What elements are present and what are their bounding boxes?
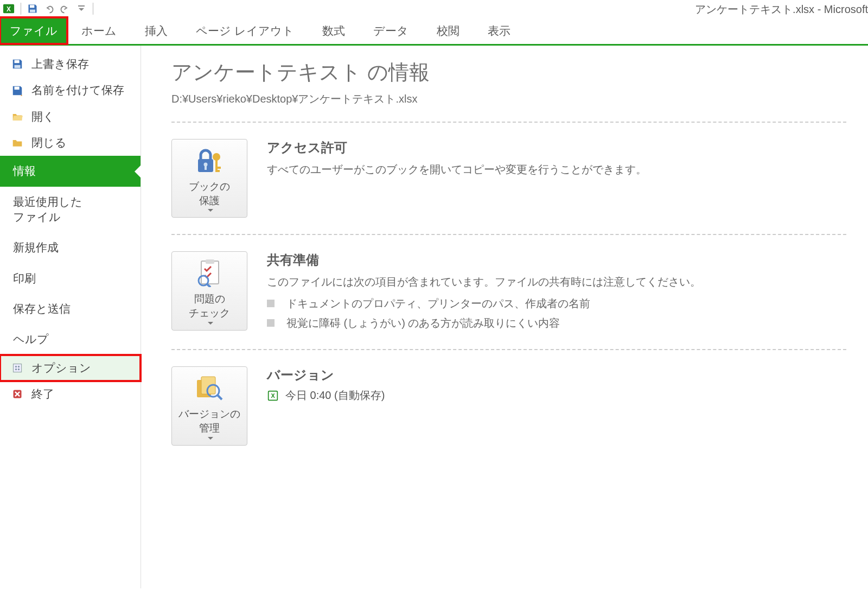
svg-rect-8 [14, 364, 22, 372]
svg-text:X: X [271, 392, 275, 399]
backstage-content: アンケートテキスト の情報 D:¥Users¥rieko¥Desktop¥アンケ… [141, 46, 868, 588]
svg-rect-6 [15, 65, 21, 68]
page-title: アンケートテキスト の情報 [171, 59, 846, 86]
tab-view[interactable]: 表示 [474, 17, 525, 44]
nav-options[interactable]: オプション [0, 355, 141, 381]
exit-icon [11, 388, 24, 401]
button-label: バージョンの 管理 [178, 407, 240, 435]
excel-app-icon: X [1, 1, 16, 16]
nav-label: 開く [31, 109, 55, 124]
svg-rect-4 [78, 5, 85, 7]
nav-label: 新規作成 [13, 240, 59, 255]
tab-page-layout[interactable]: ページ レイアウト [182, 17, 308, 44]
prepare-heading: 共有準備 [267, 251, 846, 269]
svg-rect-20 [215, 170, 220, 172]
check-issues-button[interactable]: 問題の チェック [171, 251, 247, 330]
save-icon[interactable] [24, 1, 41, 16]
chevron-down-icon [208, 209, 213, 214]
chevron-down-icon [208, 437, 213, 442]
title-bar: X アンケートテキスト.xlsx - Microsoft [0, 0, 868, 17]
list-item: 視覚に障碍 (しょうがい) のある方が読み取りにくい内容 [267, 313, 846, 333]
redo-icon[interactable] [57, 1, 73, 16]
save-as-icon [11, 84, 24, 97]
bullet-icon [267, 300, 275, 307]
file-path: D:¥Users¥rieko¥Desktop¥アンケートテキスト.xlsx [171, 92, 846, 106]
customize-qat-dropdown-icon[interactable] [73, 1, 90, 16]
svg-line-24 [207, 284, 210, 287]
versions-heading: バージョン [267, 366, 846, 384]
tab-insert[interactable]: 挿入 [131, 17, 182, 44]
prepare-desc: このファイルには次の項目が含まれています。ファイルの共有時には注意してください。 [267, 273, 846, 290]
nav-label: 閉じる [31, 135, 67, 150]
svg-rect-3 [30, 10, 35, 12]
folder-open-icon [11, 110, 24, 123]
tab-review[interactable]: 校閲 [423, 17, 474, 44]
svg-rect-18 [215, 160, 218, 171]
nav-label: オプション [31, 360, 91, 376]
manage-versions-button[interactable]: バージョンの 管理 [171, 366, 247, 445]
nav-recent[interactable]: 最近使用した ファイル [0, 187, 141, 233]
svg-rect-19 [215, 167, 221, 169]
nav-exit[interactable]: 終了 [0, 381, 141, 407]
backstage: 上書き保存 名前を付けて保存 開く 閉じる 情報 最近使用した ファイル [0, 46, 868, 588]
backstage-nav: 上書き保存 名前を付けて保存 開く 閉じる 情報 最近使用した ファイル [0, 46, 141, 588]
bullet-icon [267, 319, 275, 327]
tab-home[interactable]: ホーム [67, 17, 131, 44]
window-title: アンケートテキスト.xlsx - Microsoft [695, 2, 868, 17]
nav-label: ヘルプ [13, 332, 49, 347]
svg-rect-2 [30, 5, 34, 8]
version-text: 今日 0:40 (自動保存) [285, 388, 385, 403]
options-icon [11, 361, 24, 375]
nav-label: 名前を付けて保存 [31, 83, 124, 98]
folder-icon [11, 136, 24, 149]
svg-point-17 [213, 153, 220, 161]
permissions-desc: すべてのユーザーがこのブックを開いてコピーや変更を行うことができます。 [267, 161, 846, 178]
nav-new[interactable]: 新規作成 [0, 232, 141, 263]
svg-rect-21 [201, 261, 219, 284]
ribbon-tabs: ファイル ホーム 挿入 ページ レイアウト 数式 データ 校閲 表示 [0, 17, 868, 46]
svg-point-11 [15, 369, 17, 370]
divider [171, 122, 846, 123]
tab-file[interactable]: ファイル [0, 17, 67, 44]
undo-icon[interactable] [41, 1, 57, 16]
nav-label: 印刷 [13, 271, 36, 286]
nav-label: 終了 [31, 386, 54, 402]
save-icon [11, 58, 24, 71]
button-label: ブックの 保護 [189, 180, 230, 207]
tab-data[interactable]: データ [359, 17, 423, 44]
nav-help[interactable]: ヘルプ [0, 324, 141, 354]
versions-icon [195, 372, 224, 404]
nav-label: 上書き保存 [31, 56, 89, 72]
divider [171, 234, 846, 235]
list-item: ドキュメントのプロパティ、プリンターのパス、作成者の名前 [267, 294, 846, 313]
lock-key-icon [195, 145, 224, 176]
tab-formulas[interactable]: 数式 [308, 17, 359, 44]
button-label: 問題の チェック [189, 292, 230, 320]
checklist-icon [196, 257, 223, 289]
version-entry[interactable]: X 今日 0:40 (自動保存) [267, 388, 846, 403]
permissions-heading: アクセス許可 [267, 139, 846, 156]
nav-label: 情報 [13, 163, 36, 179]
separator [21, 3, 21, 15]
nav-save-send[interactable]: 保存と送信 [0, 294, 141, 324]
svg-line-28 [218, 395, 222, 399]
divider [171, 349, 846, 350]
prepare-section: 問題の チェック 共有準備 このファイルには次の項目が含まれています。ファイルの… [171, 251, 846, 333]
protect-workbook-button[interactable]: ブックの 保護 [171, 139, 247, 218]
svg-rect-7 [15, 86, 20, 90]
nav-print[interactable]: 印刷 [0, 263, 141, 294]
nav-label: 保存と送信 [13, 301, 71, 316]
nav-save-as[interactable]: 名前を付けて保存 [0, 77, 141, 103]
nav-save[interactable]: 上書き保存 [0, 51, 141, 77]
nav-close[interactable]: 閉じる [0, 130, 141, 156]
svg-point-12 [18, 369, 20, 370]
nav-info[interactable]: 情報 [0, 156, 141, 186]
chevron-down-icon [208, 322, 213, 327]
versions-section: バージョンの 管理 バージョン X 今日 0:40 (自動保存) [171, 366, 846, 445]
nav-open[interactable]: 開く [0, 104, 141, 130]
svg-rect-22 [206, 259, 214, 264]
excel-file-icon: X [267, 390, 279, 402]
svg-rect-16 [205, 166, 207, 170]
svg-text:X: X [7, 5, 11, 13]
svg-point-10 [18, 366, 20, 367]
